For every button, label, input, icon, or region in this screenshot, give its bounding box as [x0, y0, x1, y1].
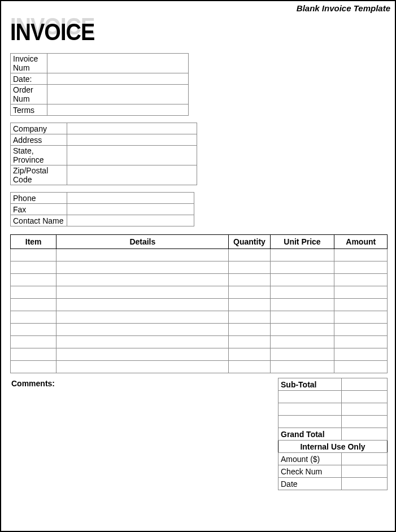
cell-qty[interactable]	[229, 336, 270, 348]
cell-qty[interactable]	[229, 261, 270, 274]
label-grandtotal: Grand Total	[278, 428, 342, 441]
cell-price[interactable]	[270, 299, 334, 311]
cell-price[interactable]	[270, 348, 334, 361]
cell-details[interactable]	[56, 324, 229, 336]
label-fax: Fax	[11, 204, 67, 215]
cell-item[interactable]	[11, 311, 56, 324]
value-company[interactable]	[67, 123, 197, 134]
totals-block: Sub-Total Grand Total Internal Use Only …	[278, 378, 388, 490]
cell-details[interactable]	[56, 274, 229, 286]
cell-price[interactable]	[270, 336, 334, 348]
cell-qty[interactable]	[229, 286, 270, 299]
label-state: State, Province	[11, 146, 67, 165]
cell-amount[interactable]	[334, 348, 388, 361]
cell-details[interactable]	[56, 249, 229, 261]
cell-details[interactable]	[56, 261, 229, 274]
cell-item[interactable]	[11, 336, 56, 348]
label-phone: Phone	[11, 193, 67, 204]
value-invoice-num[interactable]	[47, 54, 189, 73]
value-order-num[interactable]	[47, 85, 189, 104]
comments-label: Comments:	[10, 378, 278, 389]
cell-qty[interactable]	[229, 274, 270, 286]
cell-amount[interactable]	[334, 299, 388, 311]
value-phone[interactable]	[67, 193, 194, 204]
cell-qty[interactable]	[229, 299, 270, 311]
label-address: Address	[11, 134, 67, 146]
value-date[interactable]	[47, 73, 189, 85]
label-contact: Contact Name	[11, 215, 67, 226]
header-unitprice: Unit Price	[270, 235, 334, 249]
cell-amount[interactable]	[334, 249, 388, 261]
cell-amount[interactable]	[334, 361, 388, 373]
cell-amount[interactable]	[334, 261, 388, 274]
cell-price[interactable]	[270, 261, 334, 274]
table-row	[11, 249, 388, 261]
cell-price[interactable]	[270, 286, 334, 299]
title: INVOICE INVOICE	[10, 19, 389, 46]
cell-item[interactable]	[11, 274, 56, 286]
cell-item[interactable]	[11, 249, 56, 261]
cell-item[interactable]	[11, 324, 56, 336]
table-row	[11, 261, 388, 274]
value-terms[interactable]	[47, 104, 189, 116]
header-quantity: Quantity	[229, 235, 270, 249]
cell-item[interactable]	[11, 361, 56, 373]
cell-price[interactable]	[270, 324, 334, 336]
cell-item[interactable]	[11, 261, 56, 274]
cell-details[interactable]	[56, 361, 229, 373]
cell-details[interactable]	[56, 286, 229, 299]
cell-qty[interactable]	[229, 348, 270, 361]
value-state[interactable]	[67, 146, 197, 165]
cell-amount[interactable]	[334, 311, 388, 324]
table-row	[11, 274, 388, 286]
cell-price[interactable]	[270, 274, 334, 286]
extra-label[interactable]	[278, 391, 342, 403]
cell-qty[interactable]	[229, 311, 270, 324]
extra-value[interactable]	[341, 391, 387, 403]
cell-amount[interactable]	[334, 336, 388, 348]
header-item: Item	[11, 235, 56, 249]
header-details: Details	[56, 235, 229, 249]
invoice-page: Blank Invoice Template INVOICE INVOICE I…	[0, 0, 396, 532]
value-contact[interactable]	[67, 215, 194, 226]
label-subtotal: Sub-Total	[278, 378, 342, 391]
table-row	[11, 361, 388, 373]
label-amount-paid: Amount ($)	[278, 453, 342, 465]
bottom-region: Comments: Sub-Total Grand Total Internal…	[10, 378, 388, 490]
extra-value[interactable]	[341, 403, 387, 416]
cell-amount[interactable]	[334, 274, 388, 286]
table-row	[11, 348, 388, 361]
value-grandtotal[interactable]	[341, 428, 387, 441]
value-amount-paid[interactable]	[341, 453, 387, 465]
table-row	[11, 336, 388, 348]
contact-info-block: Phone Fax Contact Name	[10, 192, 389, 226]
cell-qty[interactable]	[229, 249, 270, 261]
value-internal-date[interactable]	[341, 478, 387, 490]
value-address[interactable]	[67, 134, 197, 146]
cell-amount[interactable]	[334, 286, 388, 299]
cell-item[interactable]	[11, 348, 56, 361]
cell-price[interactable]	[270, 249, 334, 261]
cell-item[interactable]	[11, 299, 56, 311]
table-row	[11, 299, 388, 311]
cell-price[interactable]	[270, 311, 334, 324]
value-zip[interactable]	[67, 165, 197, 185]
extra-label[interactable]	[278, 403, 342, 416]
value-subtotal[interactable]	[341, 378, 387, 391]
cell-qty[interactable]	[229, 324, 270, 336]
cell-details[interactable]	[56, 336, 229, 348]
cell-details[interactable]	[56, 348, 229, 361]
company-info-block: Company Address State, Province Zip/Post…	[10, 123, 389, 185]
label-invoice-num: Invoice Num	[11, 54, 47, 73]
cell-qty[interactable]	[229, 361, 270, 373]
cell-item[interactable]	[11, 286, 56, 299]
cell-details[interactable]	[56, 299, 229, 311]
cell-details[interactable]	[56, 311, 229, 324]
extra-label[interactable]	[278, 416, 342, 428]
cell-price[interactable]	[270, 361, 334, 373]
value-check-num[interactable]	[341, 465, 387, 478]
value-fax[interactable]	[67, 204, 194, 215]
cell-amount[interactable]	[334, 324, 388, 336]
line-items-body	[11, 249, 388, 373]
extra-value[interactable]	[341, 416, 387, 428]
